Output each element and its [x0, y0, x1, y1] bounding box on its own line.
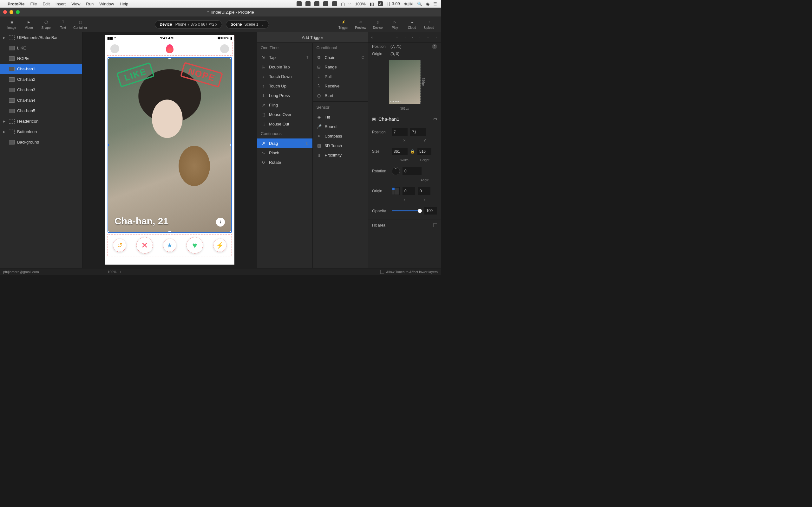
resize-handle[interactable] — [107, 231, 109, 233]
zoom-out-button[interactable]: − — [102, 270, 104, 274]
notification-icon[interactable]: ☰ — [433, 2, 437, 6]
resize-handle[interactable] — [230, 57, 232, 59]
trigger-fling[interactable]: ↗Fling — [257, 100, 312, 110]
trigger-doubletap[interactable]: ⇊Double Tap — [257, 62, 312, 72]
position-x-input[interactable] — [392, 128, 408, 136]
trigger-drag[interactable]: ↗DragD — [257, 138, 312, 148]
align-center-icon[interactable]: ⫠ — [377, 35, 381, 40]
menu-insert[interactable]: Insert — [55, 2, 66, 6]
close-window-button[interactable] — [3, 10, 7, 14]
origin-y-input[interactable] — [418, 187, 430, 195]
tray-icon[interactable] — [305, 1, 310, 6]
resize-handle[interactable] — [168, 231, 171, 233]
tray-icon[interactable] — [314, 1, 319, 6]
size-w-input[interactable] — [392, 148, 408, 155]
siri-icon[interactable]: ◉ — [426, 2, 429, 6]
clock[interactable]: 月 3:09 — [387, 1, 400, 7]
resize-handle[interactable] — [230, 231, 232, 233]
menu-window[interactable]: Window — [99, 2, 114, 6]
lock-icon[interactable]: 🔒 — [410, 149, 415, 154]
tool-container[interactable]: ⬚Container — [72, 16, 89, 32]
trigger-mouseout[interactable]: ⬚Mouse Out — [257, 119, 312, 129]
tool-device[interactable]: ▯Device — [369, 16, 386, 32]
device-selector[interactable]: DeviceiPhone 7 375 x 667 @2 x — [155, 20, 222, 29]
menu-file[interactable]: File — [30, 2, 37, 6]
expand-icon[interactable]: ▶ — [3, 120, 6, 123]
trigger-tilt[interactable]: ◈Tilt — [313, 112, 368, 122]
tray-icon[interactable] — [297, 1, 302, 6]
align-icon[interactable]: ⫠ — [418, 35, 422, 40]
layer-item[interactable]: ▶HeaderIcon — [0, 116, 82, 126]
rotation-input[interactable] — [403, 167, 421, 175]
trigger-chain[interactable]: ⧉ChainC — [313, 53, 368, 62]
trigger-receive[interactable]: ⤵Receive — [313, 81, 368, 91]
align-icon[interactable]: ⫟ — [395, 35, 399, 40]
tool-shape[interactable]: ◯Shape — [38, 16, 55, 32]
resize-handle[interactable] — [107, 57, 109, 59]
spotlight-icon[interactable]: 🔍 — [417, 2, 422, 6]
layer-item[interactable]: ▶UIElements/StatusBar — [0, 32, 82, 43]
trigger-start[interactable]: ◷Start — [313, 91, 368, 100]
align-icon[interactable]: ⫠ — [435, 35, 438, 40]
opacity-input[interactable] — [424, 207, 437, 215]
layer-item[interactable]: LIKE — [0, 43, 82, 53]
layer-item[interactable]: Cha-han2 — [0, 74, 82, 84]
tool-preview[interactable]: ▭Preview — [352, 16, 369, 32]
trigger-range[interactable]: ⊟Range — [313, 62, 368, 72]
zoom-level[interactable]: 100% — [107, 270, 116, 274]
trigger-3dtouch[interactable]: ▥3D Touch — [313, 141, 368, 150]
resize-handle[interactable] — [107, 144, 109, 146]
size-h-input[interactable] — [417, 148, 432, 155]
zoom-window-button[interactable] — [16, 10, 20, 14]
trigger-touchdown[interactable]: ↓Touch Down — [257, 72, 312, 81]
layer-item[interactable]: Cha-han5 — [0, 106, 82, 116]
tool-play[interactable]: ▷Play — [386, 16, 403, 32]
trigger-pinch[interactable]: ⤡Pinch — [257, 148, 312, 158]
scene-selector[interactable]: SceneScene 1⌄ — [226, 20, 269, 29]
tool-text[interactable]: TText — [55, 16, 72, 32]
trigger-longpress[interactable]: ⊥Long Press — [257, 91, 312, 100]
slider-thumb[interactable] — [418, 209, 422, 213]
user-name[interactable]: rfujiki — [404, 2, 413, 6]
canvas[interactable]: ▮▮▮ ⌔ 9:41 AM ✱100% ▮ LIKE NOPE Cha-han,… — [83, 32, 257, 268]
tool-upload[interactable]: ↑Upload — [420, 16, 438, 32]
menu-view[interactable]: View — [71, 2, 80, 6]
align-icon[interactable]: ⫞ — [412, 35, 414, 40]
align-left-icon[interactable]: ⫞ — [371, 35, 373, 40]
layer-item[interactable]: Cha-han3 — [0, 84, 82, 95]
menu-help[interactable]: Help — [119, 2, 128, 6]
trigger-pull[interactable]: ⤓Pull — [313, 72, 368, 81]
layer-item-selected[interactable]: Cha-han1 — [0, 64, 82, 74]
tray-icon[interactable] — [332, 1, 337, 6]
trigger-sound[interactable]: 🎤Sound — [313, 122, 368, 131]
menu-run[interactable]: Run — [86, 2, 94, 6]
expand-icon[interactable]: ▶ — [3, 36, 6, 39]
resize-handle[interactable] — [230, 144, 232, 146]
menu-edit[interactable]: Edit — [43, 2, 49, 6]
resize-handle[interactable] — [168, 57, 171, 59]
trigger-compass[interactable]: ✧Compass — [313, 131, 368, 141]
tool-video[interactable]: ▶Video — [20, 16, 38, 32]
layer-item[interactable]: Cha-han4 — [0, 95, 82, 106]
airplay-icon[interactable]: ▢ — [341, 2, 345, 6]
opacity-slider[interactable] — [392, 210, 422, 211]
layer-item[interactable]: Background — [0, 137, 82, 147]
app-menu[interactable]: ProtoPie — [8, 2, 24, 6]
position-y-input[interactable] — [410, 128, 426, 136]
trigger-rotate[interactable]: ↻Rotate — [257, 158, 312, 167]
help-icon[interactable]: ? — [432, 44, 437, 49]
trigger-touchup[interactable]: ↑Touch Up — [257, 81, 312, 91]
tray-icon[interactable] — [323, 1, 328, 6]
trigger-proximity[interactable]: ▯Proximity — [313, 150, 368, 160]
zoom-in-button[interactable]: + — [119, 270, 121, 274]
ime-indicator[interactable]: A — [378, 1, 383, 6]
origin-x-input[interactable] — [403, 187, 415, 195]
wifi-icon[interactable]: ⌔ — [349, 2, 351, 6]
align-icon[interactable]: ⫟ — [426, 35, 430, 40]
expand-icon[interactable]: ▶ — [3, 130, 6, 133]
tool-image[interactable]: ▣Image — [3, 16, 20, 32]
layer-item[interactable]: ▶ButtonIcon — [0, 126, 82, 137]
folder-icon[interactable]: ▭ — [433, 117, 437, 121]
tool-trigger[interactable]: ⚡Trigger — [335, 16, 352, 32]
photo-card-selected[interactable]: LIKE NOPE Cha-han, 21 i — [107, 57, 232, 233]
